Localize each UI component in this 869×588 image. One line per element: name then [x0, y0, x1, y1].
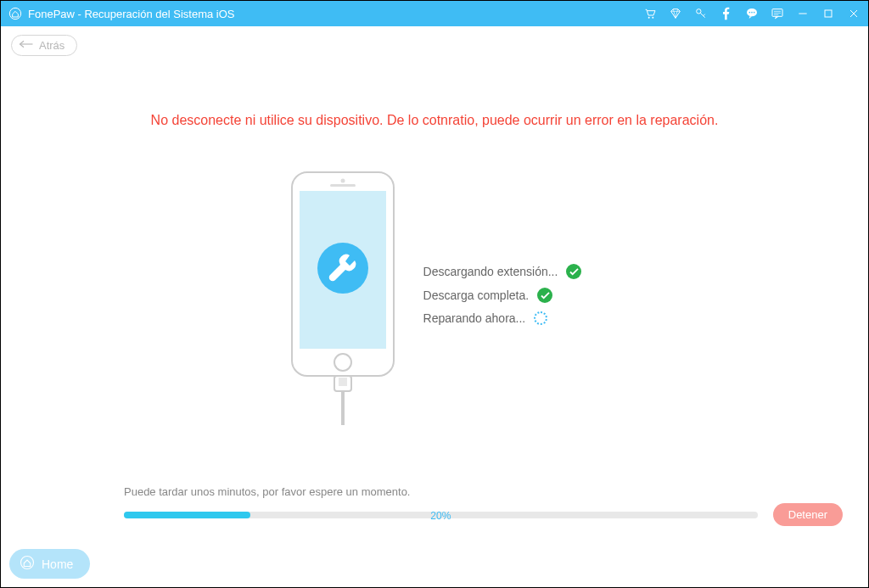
titlebar: FonePaw - Recuperación del Sistema iOS	[1, 1, 868, 26]
svg-point-6	[751, 12, 753, 14]
maximize-button[interactable]	[821, 6, 836, 21]
bottom-area: Puede tardar unos minutos, por favor esp…	[124, 485, 843, 526]
svg-point-21	[334, 354, 351, 371]
progress-percent-label: 20%	[430, 510, 451, 522]
status-label: Descarga completa.	[423, 288, 530, 302]
progress-bar: 20%	[124, 512, 758, 518]
back-button[interactable]: Atrás	[11, 35, 77, 56]
warning-text: No desconecte ni utilice su dispositivo.…	[1, 113, 868, 128]
center-area: Descargando extensión... Descarga comple…	[1, 171, 868, 425]
status-label: Descargando extensión...	[423, 265, 558, 278]
key-icon[interactable]	[693, 6, 709, 21]
progress-fill	[124, 512, 250, 518]
status-row-download-complete: Descarga completa.	[423, 288, 582, 303]
titlebar-right	[642, 6, 861, 21]
svg-rect-24	[339, 378, 347, 386]
diamond-icon[interactable]	[668, 6, 683, 21]
cart-icon[interactable]	[642, 6, 658, 21]
check-icon	[537, 288, 552, 303]
svg-point-3	[697, 9, 701, 14]
svg-point-2	[652, 17, 653, 19]
status-row-download-ext: Descargando extensión...	[423, 264, 582, 279]
home-button[interactable]: Home	[9, 549, 90, 579]
home-button-label: Home	[42, 557, 73, 571]
chat-icon[interactable]	[744, 6, 760, 21]
close-button[interactable]	[846, 6, 861, 21]
svg-rect-20	[330, 184, 356, 187]
home-icon	[20, 555, 35, 573]
svg-point-1	[648, 17, 650, 19]
minimize-button[interactable]	[795, 6, 810, 21]
spinner-icon	[534, 311, 547, 325]
svg-point-0	[9, 8, 20, 19]
status-label: Reparando ahora...	[423, 311, 526, 325]
svg-point-19	[340, 179, 345, 183]
svg-point-5	[749, 12, 751, 14]
svg-rect-13	[825, 10, 832, 17]
app-home-icon	[8, 6, 23, 21]
wait-text: Puede tardar unos minutos, por favor esp…	[124, 485, 843, 498]
app-title: FonePaw - Recuperación del Sistema iOS	[28, 8, 235, 20]
svg-point-26	[21, 557, 34, 569]
facebook-icon[interactable]	[719, 6, 734, 21]
stop-button[interactable]: Detener	[773, 503, 843, 526]
back-button-label: Atrás	[39, 39, 64, 52]
status-row-repairing: Reparando ahora...	[423, 311, 582, 325]
progress-row: 20% Detener	[124, 503, 843, 526]
arrow-left-icon	[19, 39, 34, 52]
status-list: Descargando extensión... Descarga comple…	[423, 264, 582, 325]
phone-illustration	[288, 171, 398, 425]
svg-point-7	[754, 12, 755, 14]
check-icon	[566, 264, 581, 279]
feedback-icon[interactable]	[770, 6, 785, 21]
titlebar-left: FonePaw - Recuperación del Sistema iOS	[8, 6, 642, 21]
